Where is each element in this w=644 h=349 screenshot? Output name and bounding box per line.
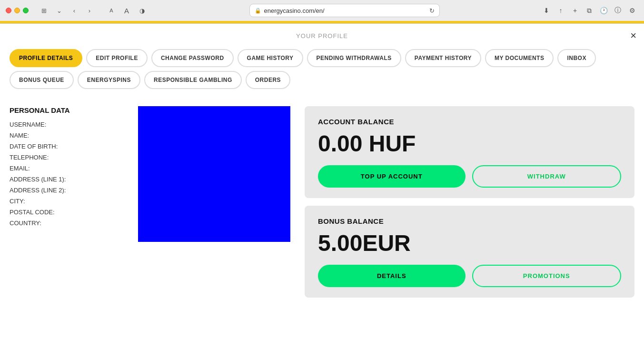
tab-responsible-gambling[interactable]: RESPONSIBLE GAMBLING <box>144 71 242 89</box>
maximize-window-button[interactable] <box>23 8 29 13</box>
traffic-lights <box>6 8 29 13</box>
account-balance-title: ACCOUNT BALANCE <box>318 118 621 126</box>
top-up-account-button[interactable]: TOP UP ACCOUNT <box>318 165 466 188</box>
field-city: CITY: <box>10 198 124 205</box>
tab-selector-button[interactable]: ⌄ <box>52 4 66 17</box>
close-button[interactable]: × <box>630 30 636 41</box>
sidebar-toggle-button[interactable]: ⊞ <box>37 4 50 17</box>
browser-chrome: ⊞ ⌄ ‹ › A A ◑ 🔒 energycasino.com/en/ ↻ ⬇… <box>0 0 644 24</box>
bonus-balance-card: BONUS BALANCE 5.00EUR DETAILS PROMOTIONS <box>305 206 634 298</box>
field-address2: ADDRESS (LINE 2): <box>10 187 124 194</box>
browser-toolbar-right: ⬇ ↑ + ⧉ 🕐 ⓘ ⚙ <box>540 4 638 17</box>
font-controls: A A ◑ <box>105 4 149 17</box>
tab-orders[interactable]: ORDERS <box>246 71 290 89</box>
back-button[interactable]: ‹ <box>68 4 81 17</box>
close-window-button[interactable] <box>6 8 11 13</box>
forward-button[interactable]: › <box>83 4 96 17</box>
field-address1: ADDRESS (LINE 1): <box>10 176 124 183</box>
field-username: USERNAME: <box>10 121 124 128</box>
bonus-balance-amount: 5.00EUR <box>318 231 621 256</box>
promotions-button[interactable]: PROMOTIONS <box>472 265 622 287</box>
bonus-balance-title: BONUS BALANCE <box>318 217 621 225</box>
settings-button[interactable]: ⚙ <box>626 4 638 17</box>
account-balance-amount: 0.00 HUF <box>318 131 621 157</box>
field-country: COUNTRY: <box>10 219 124 227</box>
profile-image <box>138 106 290 242</box>
tab-pending-withdrawals[interactable]: PENDING WITHDRAWALS <box>307 49 401 67</box>
tab-profile-details[interactable]: PROFILE DETAILS <box>10 49 82 67</box>
tab-overview-button[interactable]: ⧉ <box>583 4 595 17</box>
tab-my-documents[interactable]: MY DOCUMENTS <box>485 49 554 67</box>
address-bar-wrapper: 🔒 energycasino.com/en/ ↻ <box>153 4 535 17</box>
personal-data-panel: PERSONAL DATA USERNAME: NAME: DATE OF BI… <box>10 106 124 298</box>
tab-game-history[interactable]: GAME HISTORY <box>238 49 303 67</box>
address-bar[interactable]: 🔒 energycasino.com/en/ ↻ <box>249 4 440 17</box>
profile-image-area <box>138 106 290 298</box>
new-tab-button[interactable]: + <box>569 4 581 17</box>
field-postal-code: POSTAL CODE: <box>10 209 124 216</box>
field-dob: DATE OF BIRTH: <box>10 143 124 150</box>
balance-panel: ACCOUNT BALANCE 0.00 HUF TOP UP ACCOUNT … <box>305 106 634 298</box>
account-balance-actions: TOP UP ACCOUNT WITHDRAW <box>318 165 621 188</box>
main-area: PERSONAL DATA USERNAME: NAME: DATE OF BI… <box>10 92 634 298</box>
reader-mode-button[interactable]: ◑ <box>135 4 149 17</box>
tab-inbox[interactable]: INBOX <box>557 49 596 67</box>
bonus-balance-actions: DETAILS PROMOTIONS <box>318 265 621 287</box>
share-button[interactable]: ↑ <box>555 4 567 17</box>
url-text: energycasino.com/en/ <box>264 7 426 14</box>
field-telephone: TELEPHONE: <box>10 154 124 161</box>
tab-bar <box>0 21 644 23</box>
lock-icon: 🔒 <box>255 8 261 14</box>
field-name: NAME: <box>10 132 124 139</box>
page-content: YOUR PROFILE × PROFILE DETAILS EDIT PROF… <box>0 24 644 349</box>
reload-button[interactable]: ↻ <box>429 7 435 14</box>
font-small-button[interactable]: A <box>105 4 118 17</box>
nav-tabs: PROFILE DETAILS EDIT PROFILE CHANGE PASS… <box>10 45 634 92</box>
profile-header: YOUR PROFILE <box>10 24 634 45</box>
tab-energyspins[interactable]: ENERGYSPINS <box>78 71 140 89</box>
field-email: EMAIL: <box>10 165 124 172</box>
tab-payment-history[interactable]: PAYMENT HISTORY <box>405 49 481 67</box>
browser-titlebar: ⊞ ⌄ ‹ › A A ◑ 🔒 energycasino.com/en/ ↻ ⬇… <box>0 0 644 21</box>
info-button[interactable]: ⓘ <box>612 4 624 17</box>
downloads-button[interactable]: ⬇ <box>540 4 553 17</box>
personal-data-title: PERSONAL DATA <box>10 106 124 114</box>
browser-nav-buttons: ⊞ ⌄ ‹ › <box>37 4 96 17</box>
minimize-window-button[interactable] <box>14 8 20 13</box>
font-large-button[interactable]: A <box>120 4 133 17</box>
tab-edit-profile[interactable]: EDIT PROFILE <box>86 49 148 67</box>
tab-bonus-queue[interactable]: BONUS QUEUE <box>10 71 74 89</box>
details-button[interactable]: DETAILS <box>318 265 466 287</box>
withdraw-button[interactable]: WITHDRAW <box>472 165 622 188</box>
tab-change-password[interactable]: CHANGE PASSWORD <box>151 49 234 67</box>
account-balance-card: ACCOUNT BALANCE 0.00 HUF TOP UP ACCOUNT … <box>305 106 634 198</box>
history-button[interactable]: 🕐 <box>597 4 610 17</box>
